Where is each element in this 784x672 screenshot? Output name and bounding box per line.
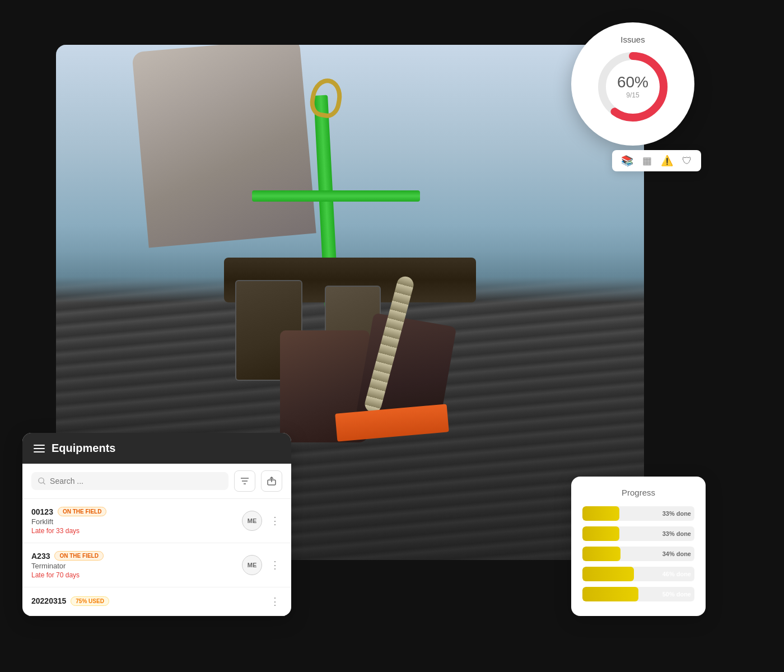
export-button[interactable] — [261, 470, 282, 492]
issues-card: Issues 60% 9/15 — [571, 22, 694, 146]
progress-bar-label: 50% done — [662, 591, 691, 598]
status-badge-2: ON THE FIELD — [54, 551, 103, 561]
progress-bar-label: 33% done — [662, 530, 691, 537]
donut-percent: 60% — [617, 74, 648, 90]
shield-icon[interactable]: 🛡 — [682, 155, 692, 167]
search-box[interactable] — [31, 472, 228, 490]
hamburger-line-3 — [34, 451, 45, 452]
equip-more-3[interactable]: ⋮ — [268, 595, 282, 608]
equipment-item: 20220315 75% USED ⋮ — [22, 587, 291, 616]
export-icon — [267, 477, 276, 486]
issues-icons-bar[interactable]: 📚 ▦ ⚠️ 🛡 — [612, 150, 701, 171]
donut-container: 60% 9/15 — [594, 48, 672, 126]
progress-row: 33% done — [582, 506, 694, 521]
panel-header: Equipments — [22, 433, 291, 464]
barcode-icon[interactable]: ▦ — [642, 155, 652, 167]
equip-id-row-1: 00123 ON THE FIELD — [31, 507, 236, 516]
progress-row: 33% done — [582, 526, 694, 541]
progress-bar-bg: 50% done — [582, 587, 694, 601]
progress-panel: Progress 33% done33% done34% done46% don… — [571, 477, 706, 616]
equip-avatar-1[interactable]: ME — [242, 511, 262, 531]
progress-row: 46% done — [582, 567, 694, 581]
donut-fraction: 9/15 — [617, 91, 648, 99]
progress-row: 34% done — [582, 547, 694, 561]
equip-id-row-3: 20220315 75% USED — [31, 596, 262, 606]
svg-line-3 — [43, 483, 45, 484]
progress-bar-bg: 34% done — [582, 547, 694, 561]
progress-bar-fill — [582, 506, 619, 521]
worker-body — [168, 78, 532, 470]
equip-info-2: A233 ON THE FIELD Terminator Late for 70… — [31, 551, 236, 579]
equipments-panel: Equipments — [22, 433, 291, 616]
status-badge-1: ON THE FIELD — [58, 507, 106, 516]
hamburger-menu[interactable] — [34, 445, 45, 452]
progress-bar-label: 33% done — [662, 510, 691, 517]
equipment-item: 00123 ON THE FIELD Forklift Late for 33 … — [22, 499, 291, 543]
equip-name-2: Terminator — [31, 562, 236, 570]
harness-horizontal — [252, 190, 420, 202]
progress-bar-fill — [582, 526, 619, 541]
filter-icon — [240, 477, 249, 485]
donut-center: 60% 9/15 — [617, 74, 648, 99]
equipment-list: 00123 ON THE FIELD Forklift Late for 33 … — [22, 499, 291, 616]
progress-bar-bg: 46% done — [582, 567, 694, 581]
warning-icon[interactable]: ⚠️ — [661, 155, 673, 167]
harness-d-ring — [307, 76, 344, 120]
equip-id-3: 20220315 — [31, 596, 66, 605]
equip-id-1: 00123 — [31, 507, 53, 516]
progress-bars-container: 33% done33% done34% done46% done50% done — [582, 506, 694, 601]
progress-row: 50% done — [582, 587, 694, 601]
equip-more-2[interactable]: ⋮ — [268, 559, 282, 571]
progress-bar-fill — [582, 567, 634, 581]
progress-bar-bg: 33% done — [582, 526, 694, 541]
equip-id-2: A233 — [31, 552, 50, 561]
hamburger-line-1 — [34, 445, 45, 446]
equip-info-1: 00123 ON THE FIELD Forklift Late for 33 … — [31, 507, 236, 535]
panel-title: Equipments — [52, 442, 115, 455]
filter-button[interactable] — [234, 470, 255, 492]
search-row — [22, 464, 291, 499]
progress-bar-fill — [582, 547, 620, 561]
equip-late-2: Late for 70 days — [31, 571, 236, 579]
equip-id-row-2: A233 ON THE FIELD — [31, 551, 236, 561]
hamburger-line-2 — [34, 448, 45, 449]
equip-info-3: 20220315 75% USED — [31, 596, 262, 607]
equip-name-1: Forklift — [31, 517, 236, 526]
progress-bar-bg: 33% done — [582, 506, 694, 521]
equipment-item: A233 ON THE FIELD Terminator Late for 70… — [22, 543, 291, 587]
equip-more-1[interactable]: ⋮ — [268, 515, 282, 527]
issues-title: Issues — [620, 35, 645, 44]
progress-bar-label: 34% done — [662, 550, 691, 557]
search-icon — [38, 477, 45, 485]
equip-avatar-2[interactable]: ME — [242, 555, 262, 575]
progress-bar-fill — [582, 587, 638, 601]
books-icon[interactable]: 📚 — [621, 155, 633, 167]
equip-late-1: Late for 33 days — [31, 527, 236, 535]
search-input[interactable] — [50, 477, 222, 486]
progress-title: Progress — [582, 488, 694, 497]
status-badge-3: 75% USED — [71, 596, 109, 606]
progress-bar-label: 46% done — [662, 571, 691, 577]
